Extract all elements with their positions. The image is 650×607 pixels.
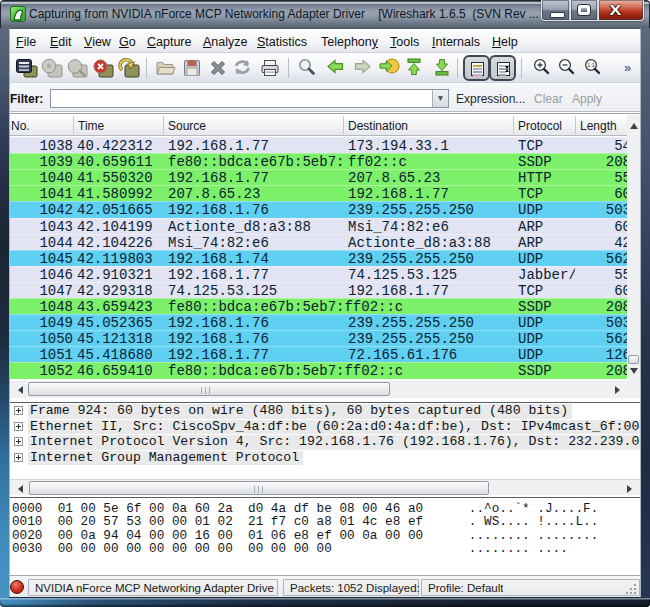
- svg-text:1:1: 1:1: [587, 62, 595, 68]
- svg-text:»: »: [624, 60, 631, 75]
